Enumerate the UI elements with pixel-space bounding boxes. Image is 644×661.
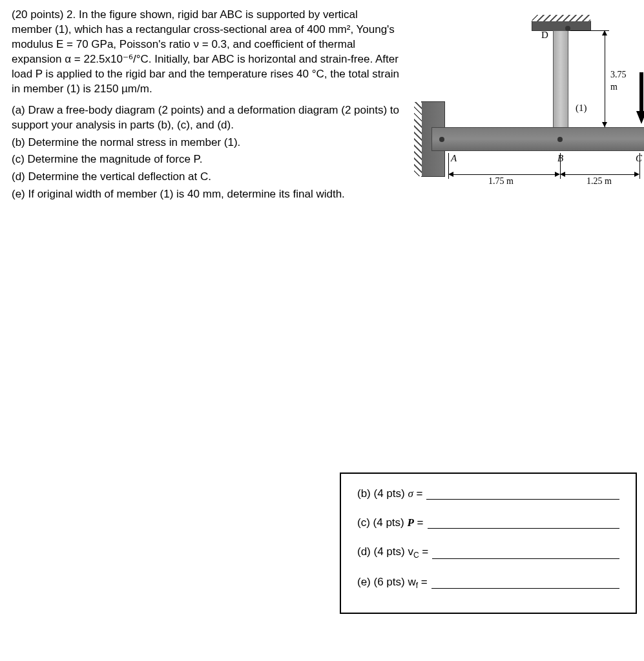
answer-b-blank[interactable] — [426, 498, 619, 500]
pin-a-dot — [439, 137, 444, 142]
dim-ab-arrow-left-icon — [448, 172, 453, 177]
answer-e-label: (e) (6 pts) wf = — [357, 575, 428, 591]
answer-d-blank[interactable] — [432, 558, 619, 559]
svg-marker-1 — [636, 111, 644, 124]
answer-c-blank[interactable] — [428, 527, 620, 529]
part-c: (c) Determine the magnitude of force P. — [12, 152, 399, 167]
dim-bc-arrow-right-icon — [634, 172, 639, 177]
fixed-support-top — [532, 21, 591, 31]
answer-c-row: (c) (4 pts) P = — [357, 516, 619, 531]
answer-c-label: (c) (4 pts) P = — [357, 516, 424, 531]
answer-b-label: (b) (4 pts) σ = — [357, 487, 422, 502]
label-a: A — [451, 152, 457, 165]
problem-statement: (20 points) 2. In the figure shown, rigi… — [12, 8, 399, 205]
dim-vert-line — [605, 30, 605, 127]
dim-ab-label: 1.75 m — [488, 176, 514, 188]
pin-d — [565, 26, 570, 31]
answer-box: (b) (4 pts) σ = (c) (4 pts) P = (d) (4 p… — [340, 473, 637, 614]
force-arrow-p — [635, 72, 644, 124]
dim-vert-arrow-up-icon — [602, 30, 607, 36]
part-a: (a) Draw a free-body diagram (2 points) … — [12, 103, 399, 133]
part-d: (d) Determine the vertical deflection at… — [12, 170, 399, 185]
figure: D (1) A B C P 3.75 m 1.75 m 1.25 — [406, 8, 632, 201]
part-b: (b) Determine the normal stress in membe… — [12, 136, 399, 150]
vertical-member-1 — [553, 30, 568, 132]
dim-bc-arrow-left-icon — [560, 172, 565, 177]
dim-bc-line — [563, 174, 638, 175]
label-c: C — [636, 152, 642, 165]
pin-b-dot — [557, 137, 563, 142]
answer-e-row: (e) (6 pts) wf = — [357, 575, 619, 591]
dim-vert-arrow-down-icon — [602, 122, 607, 127]
dim-vert-label: 3.75 m — [610, 69, 632, 94]
dim-vert-tick-top — [570, 30, 609, 31]
rigid-bar-abc — [431, 127, 644, 151]
answer-d-row: (d) (4 pts) vC = — [357, 545, 619, 561]
dim-bc-tick-r — [639, 153, 640, 179]
dim-ab-line — [451, 174, 558, 175]
answer-e-blank[interactable] — [431, 587, 619, 589]
answer-b-row: (b) (4 pts) σ = — [357, 487, 619, 502]
problem-header: (20 points) 2. In the figure shown, rigi… — [12, 8, 399, 97]
dim-bc-label: 1.25 m — [587, 176, 612, 188]
label-member1: (1) — [576, 101, 587, 114]
dim-ab-arrow-right-icon — [555, 172, 560, 177]
answer-d-label: (d) (4 pts) vC = — [357, 545, 428, 561]
label-d: D — [541, 28, 548, 41]
part-e: (e) If original width of member (1) is 4… — [12, 187, 399, 202]
